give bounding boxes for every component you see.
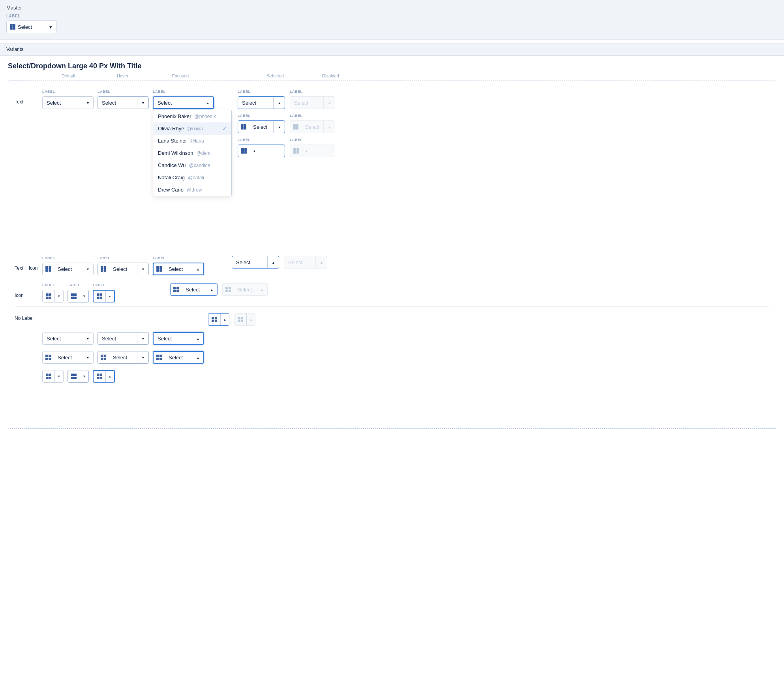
- no-label-content: ▴ ▴ Select ▾: [42, 313, 769, 421]
- variants-header: Variants: [0, 43, 784, 56]
- col-default: Default: [62, 73, 117, 78]
- col-hover: Hover: [117, 73, 172, 78]
- hover-ti-icon: [98, 266, 109, 272]
- disabled-text-icon-2: Select ▴: [284, 256, 327, 269]
- no-label-focused-ti[interactable]: Select ▴: [153, 351, 204, 364]
- default-text-group: LABEL Select ▾: [42, 90, 94, 109]
- selected-icon-select[interactable]: Select ▴: [238, 120, 285, 133]
- dropdown-item-phoenix[interactable]: Phoenix Baker @phoenix: [153, 110, 231, 122]
- dropdown-item-natali[interactable]: Natali Craig @natali: [153, 171, 231, 184]
- focused-text-icon-group: LABEL Select ▴: [153, 256, 204, 275]
- selected-icon-value: Select: [249, 124, 273, 130]
- no-label-selected-icon[interactable]: ▴: [208, 313, 229, 326]
- col-focused: Focused: [172, 73, 259, 78]
- selected-icon-select-2[interactable]: Select ▴: [170, 283, 218, 296]
- focused-text-value: Select: [154, 100, 202, 106]
- disabled-icon-arrow: ▴: [324, 125, 335, 129]
- focused-text-label: LABEL: [153, 90, 214, 94]
- disabled-text-select: Select ▴: [290, 96, 335, 109]
- disabled-text-arrow: ▴: [324, 101, 335, 105]
- no-label-label: No Label: [15, 313, 42, 321]
- disabled-icon-only-icon: [293, 148, 299, 154]
- dropdown-item-lana[interactable]: Lana Steiner @lana: [153, 135, 231, 147]
- no-label-icon-only-row: ▾ ▾ ▴: [42, 370, 769, 383]
- selected-text-icon-2[interactable]: Select ▴: [232, 256, 279, 269]
- master-select-row: Select ▾: [6, 21, 778, 33]
- no-label-hover-text[interactable]: Select ▾: [98, 332, 149, 345]
- default-text-label: LABEL: [42, 90, 94, 94]
- disabled-column: LABEL Select ▴ LABEL Select: [290, 90, 335, 157]
- default-text-icon-group: LABEL Select ▾: [42, 256, 94, 275]
- master-section: Master LABEL Select ▾: [0, 0, 784, 40]
- selected-icon: [238, 124, 249, 130]
- default-icon-group: LABEL ▾: [42, 283, 64, 302]
- hover-text-label: LABEL: [98, 90, 149, 94]
- focused-ti-icon: [154, 266, 165, 272]
- disabled-icon-only-arrow: ▴: [306, 149, 308, 153]
- ti-selected-disabled: Select ▴ Select ▴: [232, 256, 327, 269]
- disabled-icon-select: Select ▴: [290, 120, 335, 133]
- disabled-text-icon-label: LABEL: [290, 114, 335, 118]
- master-title: Master: [6, 5, 778, 11]
- master-icon: [10, 24, 15, 30]
- selected-text-value: Select: [238, 100, 273, 106]
- no-label-default-icon[interactable]: ▾: [42, 370, 64, 383]
- selected-column: LABEL Select ▴ LABEL Select: [238, 90, 285, 157]
- hover-text-icon-group: LABEL Select ▾: [98, 256, 149, 275]
- icon-selected-disabled: Select ▴ Select ▴: [170, 283, 268, 296]
- dropdown-menu: Phoenix Baker @phoenix Olivia Rhye @oliv…: [153, 110, 232, 196]
- master-select-btn[interactable]: Select: [6, 21, 46, 33]
- selected-text-select[interactable]: Select ▴: [238, 96, 285, 109]
- hover-text-group: LABEL Select ▾: [98, 90, 149, 109]
- dropdown-item-olivia[interactable]: Olivia Rhye @olivia ✓: [153, 122, 231, 135]
- hover-icon-only[interactable]: ▾: [68, 290, 89, 302]
- default-text-value: Select: [43, 100, 82, 106]
- no-label-focused-text[interactable]: Select ▴: [153, 332, 204, 345]
- dropdown-item-demi[interactable]: Demi Wilkinson @demi: [153, 147, 231, 159]
- disabled-text-label: LABEL: [290, 90, 335, 94]
- hover-text-select[interactable]: Select ▾: [98, 96, 149, 109]
- master-select-text: Select: [18, 24, 32, 30]
- no-label-selected-row: ▴ ▴: [208, 313, 769, 326]
- text-row: Text LABEL Select ▾ LABEL Select ▾: [15, 86, 769, 161]
- no-label-default-text[interactable]: Select ▾: [42, 332, 94, 345]
- selected-text-arrow: ▴: [274, 101, 285, 105]
- no-label-default-ti[interactable]: Select ▾: [42, 351, 94, 364]
- master-caret-btn[interactable]: ▾: [45, 21, 56, 33]
- disabled-icon-value: Select: [301, 124, 323, 130]
- focused-text-select[interactable]: Select ▴: [153, 96, 214, 109]
- default-text-icon-select[interactable]: Select ▾: [42, 263, 94, 275]
- arrow-d: ▾: [58, 294, 60, 298]
- no-label-focused-icon[interactable]: ▴: [93, 370, 115, 383]
- selected-text-label: LABEL: [238, 90, 285, 94]
- disabled-icon-only-group: LABEL ▴: [290, 138, 335, 157]
- selected-icon-only-group: LABEL ▴: [238, 138, 285, 157]
- text-icon-row-labeled: Text + Icon LABEL Select ▾ LABEL: [15, 252, 769, 279]
- main-content: Text LABEL Select ▾ LABEL Select ▾: [0, 81, 784, 437]
- icon-only-default: [46, 293, 51, 299]
- selected-icon-only-select[interactable]: ▴: [238, 145, 285, 157]
- focused-icon-only[interactable]: ▴: [93, 290, 115, 302]
- dropdown-item-drew[interactable]: Drew Cano @drew: [153, 184, 231, 196]
- hover-text-arrow: ▾: [137, 101, 148, 105]
- icon-only-hover: [71, 293, 77, 299]
- disabled-text-value: Select: [290, 100, 323, 106]
- dis-icon-2: [223, 287, 234, 292]
- focused-text-icon-select[interactable]: Select ▴: [153, 263, 204, 275]
- icon-row-labeled: Icon LABEL ▾ LABEL ▾: [15, 279, 769, 306]
- icon-row-label: Icon: [15, 283, 42, 298]
- dropdown-item-candice[interactable]: Candice Wu @candice: [153, 159, 231, 171]
- dropdown-spacer: [15, 161, 769, 252]
- variants-inner: Text LABEL Select ▾ LABEL Select ▾: [8, 81, 776, 428]
- no-label-hover-icon[interactable]: ▾: [68, 370, 89, 383]
- default-icon-only[interactable]: ▾: [42, 290, 64, 302]
- hover-text-icon-select[interactable]: Select ▾: [98, 263, 149, 275]
- text-row-label: Text: [15, 90, 42, 105]
- no-label-hover-ti[interactable]: Select ▾: [98, 351, 149, 364]
- hover-icon-group: LABEL ▾: [68, 283, 89, 302]
- default-text-select[interactable]: Select ▾: [42, 96, 94, 109]
- disabled-text-group: LABEL Select ▴: [290, 90, 335, 109]
- selected-text-group: LABEL Select ▴: [238, 90, 285, 109]
- focused-text-arrow: ▴: [202, 101, 213, 105]
- disabled-icon-only-select: ▴: [290, 145, 335, 157]
